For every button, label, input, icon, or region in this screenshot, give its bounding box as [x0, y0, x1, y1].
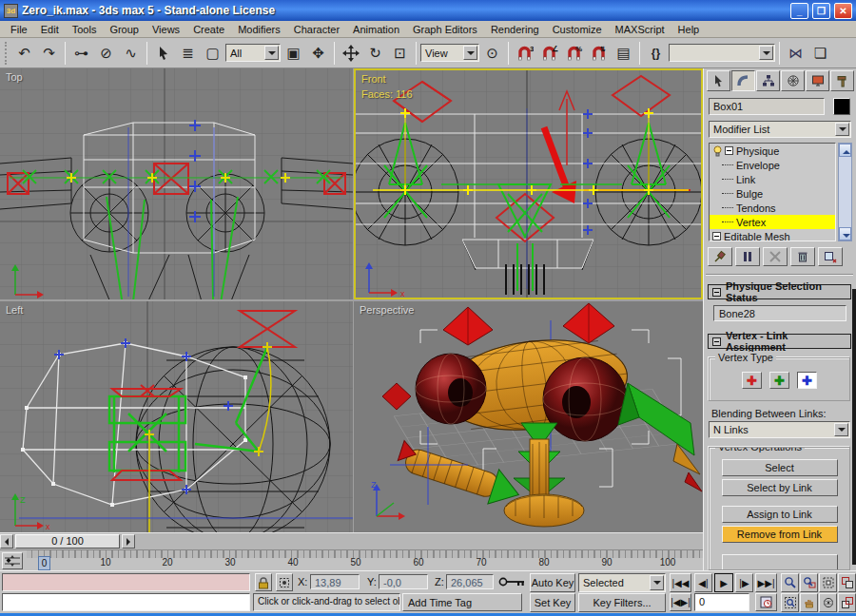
menu-customize[interactable]: Customize — [546, 23, 609, 36]
light-bulb-icon[interactable] — [712, 145, 723, 157]
panel-scrollbar[interactable] — [852, 289, 856, 565]
y-coordinate-field[interactable]: -0,0 — [379, 574, 428, 589]
set-key-button[interactable]: Set Key — [530, 593, 575, 612]
selection-lock-toggle[interactable] — [255, 573, 272, 591]
time-slider-thumb[interactable]: 0 / 100 — [15, 534, 120, 549]
tab-create[interactable] — [707, 70, 730, 91]
tab-utilities[interactable] — [830, 70, 854, 91]
select-by-name-icon[interactable]: ≣ — [176, 41, 200, 66]
select-and-move-icon[interactable] — [339, 41, 362, 66]
absolute-offset-toggle[interactable] — [276, 573, 293, 591]
viewport-perspective-canvas[interactable]: Z — [354, 301, 703, 532]
angle-snap-icon[interactable]: ∠ — [537, 41, 561, 66]
menu-help[interactable]: Help — [671, 23, 707, 36]
menu-views[interactable]: Views — [146, 23, 186, 36]
current-frame-marker[interactable]: 0 — [38, 556, 50, 570]
stack-item-tendons[interactable]: Tendons — [710, 201, 835, 215]
snap-toggle-icon[interactable]: 3 — [513, 41, 536, 66]
arc-rotate-button[interactable] — [819, 593, 837, 612]
current-frame-field[interactable]: 0 — [694, 593, 749, 611]
stack-item-vertex-selected[interactable]: Vertex — [710, 215, 835, 229]
viewport-perspective-label[interactable]: Perspective — [360, 304, 414, 316]
auto-key-button[interactable]: Auto Key — [530, 573, 575, 592]
show-end-result-button[interactable] — [735, 247, 760, 266]
selection-filter-dropdown[interactable]: All — [225, 44, 281, 62]
viewport-left[interactable]: Z x Left — [0, 301, 353, 532]
key-filters-button[interactable]: Key Filters... — [578, 593, 666, 612]
time-configuration-button[interactable] — [755, 593, 777, 611]
viewport-front-canvas[interactable]: x — [356, 70, 701, 298]
red-vertex-type-button[interactable]: ✚ — [742, 372, 762, 389]
tab-modify[interactable] — [731, 70, 755, 91]
dropdown-arrow-icon[interactable] — [835, 123, 849, 136]
zoom-button[interactable] — [781, 573, 799, 592]
next-frame-button[interactable]: |▶ — [735, 573, 753, 592]
viewport-perspective[interactable]: Z Perspective — [354, 301, 703, 532]
select-and-scale-icon[interactable]: ⊡ — [388, 41, 412, 66]
zoom-all-button[interactable] — [800, 573, 818, 592]
menu-group[interactable]: Group — [103, 23, 146, 36]
rollout-vertex-link-assignment[interactable]: Vertex - Link Assignment — [708, 334, 851, 349]
dropdown-arrow-icon[interactable] — [264, 46, 279, 60]
create-key-icon[interactable] — [498, 575, 527, 593]
stack-item-bulge[interactable]: Bulge — [710, 186, 835, 201]
pin-stack-button[interactable] — [708, 247, 732, 266]
assign-to-link-button[interactable]: Assign to Link — [722, 506, 838, 523]
viewport-front-label[interactable]: Front — [361, 73, 386, 85]
edit-named-selections-icon[interactable]: {} — [644, 41, 668, 66]
time-slider-next-icon[interactable] — [122, 534, 135, 549]
collapse-rollout-icon[interactable] — [712, 288, 721, 297]
stack-item-envelope[interactable]: Envelope — [710, 158, 835, 172]
stack-item-link[interactable]: Link — [710, 172, 835, 186]
make-unique-button[interactable] — [763, 247, 788, 266]
go-to-start-button[interactable]: |◀◀ — [670, 573, 691, 592]
go-to-end-button[interactable]: ▶▶| — [755, 573, 777, 592]
viewport-top-canvas[interactable] — [0, 68, 353, 299]
bind-to-space-warp-icon[interactable]: ∿ — [119, 41, 143, 66]
stack-item-editable-mesh[interactable]: Editable Mesh — [710, 229, 835, 241]
restore-button[interactable]: ❐ — [812, 3, 830, 19]
remove-modifier-button[interactable] — [790, 247, 815, 266]
viewport-left-canvas[interactable]: Z x — [0, 301, 353, 532]
play-button[interactable]: ▶ — [714, 573, 733, 592]
select-by-link-button[interactable]: Select by Link — [722, 479, 838, 496]
viewport-top[interactable]: Top — [0, 68, 353, 299]
unlink-selection-icon[interactable]: ⊘ — [94, 41, 118, 66]
window-crossing-icon[interactable]: ▣ — [282, 41, 305, 66]
selection-set-dropdown[interactable]: Selected — [578, 573, 666, 592]
select-and-link-icon[interactable]: ⊶ — [69, 41, 93, 66]
mini-curve-editor-icon[interactable] — [2, 552, 23, 569]
region-zoom-button[interactable] — [781, 593, 799, 612]
close-button[interactable]: ✕ — [834, 3, 852, 19]
keyboard-override-box-icon[interactable]: ▤ — [612, 41, 635, 66]
pan-button[interactable] — [800, 593, 818, 612]
reference-coordinate-dropdown[interactable]: View — [420, 44, 479, 62]
minimize-button[interactable]: _ — [790, 3, 808, 19]
collapse-icon[interactable] — [725, 146, 733, 155]
menu-maxscript[interactable]: MAXScript — [609, 23, 671, 36]
dropdown-arrow-icon[interactable] — [759, 46, 773, 60]
tab-display[interactable] — [806, 70, 829, 91]
redo-icon[interactable]: ↷ — [37, 41, 61, 66]
green-vertex-type-button[interactable]: ✚ — [769, 372, 789, 389]
selection-region-icon[interactable]: ▢ — [201, 41, 224, 66]
menu-character[interactable]: Character — [287, 23, 346, 36]
viewport-left-label[interactable]: Left — [6, 304, 23, 316]
menu-rendering[interactable]: Rendering — [484, 23, 546, 36]
track-bar-ruler[interactable]: 0 10 20 30 40 50 60 70 80 90 100 — [27, 550, 703, 571]
z-coordinate-field[interactable]: 26,065 — [446, 574, 494, 589]
viewport-front[interactable]: x Front Faces: 116 — [354, 68, 703, 299]
zoom-extents-button[interactable] — [819, 573, 837, 592]
blending-links-dropdown[interactable]: N Links — [709, 421, 850, 438]
viewport-top-label[interactable]: Top — [6, 71, 23, 83]
object-color-swatch[interactable] — [833, 98, 850, 115]
menu-tools[interactable]: Tools — [66, 23, 104, 36]
use-center-icon[interactable]: ⊙ — [480, 41, 504, 66]
menu-edit[interactable]: Edit — [34, 23, 66, 36]
menu-create[interactable]: Create — [186, 23, 231, 36]
menu-modifiers[interactable]: Modifiers — [231, 23, 287, 36]
tab-hierarchy[interactable] — [756, 70, 780, 91]
select-and-manipulate-icon[interactable]: ✥ — [306, 41, 330, 66]
tab-motion[interactable] — [781, 70, 805, 91]
select-and-rotate-icon[interactable]: ↻ — [363, 41, 387, 66]
